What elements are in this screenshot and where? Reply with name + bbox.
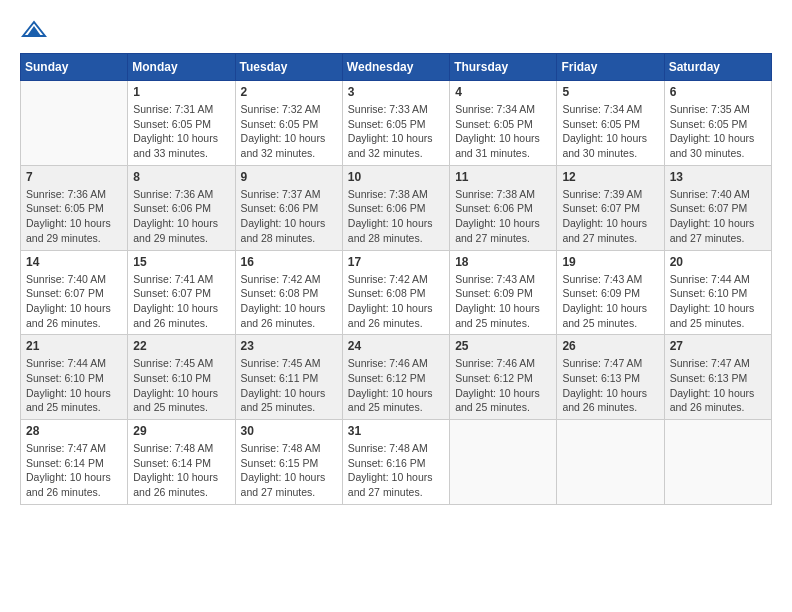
- day-info: Sunrise: 7:37 AMSunset: 6:06 PMDaylight:…: [241, 187, 337, 246]
- day-info: Sunrise: 7:40 AMSunset: 6:07 PMDaylight:…: [670, 187, 766, 246]
- day-number: 31: [348, 424, 444, 438]
- day-info: Sunrise: 7:47 AMSunset: 6:13 PMDaylight:…: [670, 356, 766, 415]
- calendar-week-3: 14Sunrise: 7:40 AMSunset: 6:07 PMDayligh…: [21, 250, 772, 335]
- calendar-table: SundayMondayTuesdayWednesdayThursdayFrid…: [20, 53, 772, 505]
- day-info: Sunrise: 7:44 AMSunset: 6:10 PMDaylight:…: [670, 272, 766, 331]
- calendar-week-4: 21Sunrise: 7:44 AMSunset: 6:10 PMDayligh…: [21, 335, 772, 420]
- day-info: Sunrise: 7:41 AMSunset: 6:07 PMDaylight:…: [133, 272, 229, 331]
- day-info: Sunrise: 7:32 AMSunset: 6:05 PMDaylight:…: [241, 102, 337, 161]
- day-number: 27: [670, 339, 766, 353]
- calendar-cell: 26Sunrise: 7:47 AMSunset: 6:13 PMDayligh…: [557, 335, 664, 420]
- day-info: Sunrise: 7:46 AMSunset: 6:12 PMDaylight:…: [455, 356, 551, 415]
- day-number: 18: [455, 255, 551, 269]
- day-info: Sunrise: 7:42 AMSunset: 6:08 PMDaylight:…: [241, 272, 337, 331]
- day-info: Sunrise: 7:34 AMSunset: 6:05 PMDaylight:…: [455, 102, 551, 161]
- calendar-cell: 19Sunrise: 7:43 AMSunset: 6:09 PMDayligh…: [557, 250, 664, 335]
- calendar-cell: 4Sunrise: 7:34 AMSunset: 6:05 PMDaylight…: [450, 81, 557, 166]
- logo-area: [20, 20, 48, 43]
- calendar-cell: 2Sunrise: 7:32 AMSunset: 6:05 PMDaylight…: [235, 81, 342, 166]
- calendar-cell: 23Sunrise: 7:45 AMSunset: 6:11 PMDayligh…: [235, 335, 342, 420]
- day-number: 20: [670, 255, 766, 269]
- logo-icon: [21, 20, 47, 43]
- day-info: Sunrise: 7:35 AMSunset: 6:05 PMDaylight:…: [670, 102, 766, 161]
- logo: [20, 20, 48, 43]
- calendar-cell: 16Sunrise: 7:42 AMSunset: 6:08 PMDayligh…: [235, 250, 342, 335]
- day-info: Sunrise: 7:33 AMSunset: 6:05 PMDaylight:…: [348, 102, 444, 161]
- day-info: Sunrise: 7:36 AMSunset: 6:05 PMDaylight:…: [26, 187, 122, 246]
- calendar-cell: 28Sunrise: 7:47 AMSunset: 6:14 PMDayligh…: [21, 420, 128, 505]
- calendar-cell: 12Sunrise: 7:39 AMSunset: 6:07 PMDayligh…: [557, 165, 664, 250]
- calendar-cell: 29Sunrise: 7:48 AMSunset: 6:14 PMDayligh…: [128, 420, 235, 505]
- calendar-cell: 8Sunrise: 7:36 AMSunset: 6:06 PMDaylight…: [128, 165, 235, 250]
- day-number: 16: [241, 255, 337, 269]
- day-info: Sunrise: 7:39 AMSunset: 6:07 PMDaylight:…: [562, 187, 658, 246]
- day-info: Sunrise: 7:40 AMSunset: 6:07 PMDaylight:…: [26, 272, 122, 331]
- day-info: Sunrise: 7:31 AMSunset: 6:05 PMDaylight:…: [133, 102, 229, 161]
- day-info: Sunrise: 7:34 AMSunset: 6:05 PMDaylight:…: [562, 102, 658, 161]
- day-number: 24: [348, 339, 444, 353]
- day-number: 11: [455, 170, 551, 184]
- day-number: 25: [455, 339, 551, 353]
- page-header: [20, 20, 772, 43]
- day-number: 6: [670, 85, 766, 99]
- weekday-header-row: SundayMondayTuesdayWednesdayThursdayFrid…: [21, 54, 772, 81]
- calendar-cell: [557, 420, 664, 505]
- calendar-cell: [21, 81, 128, 166]
- day-info: Sunrise: 7:43 AMSunset: 6:09 PMDaylight:…: [455, 272, 551, 331]
- calendar-cell: 20Sunrise: 7:44 AMSunset: 6:10 PMDayligh…: [664, 250, 771, 335]
- weekday-header-thursday: Thursday: [450, 54, 557, 81]
- day-number: 13: [670, 170, 766, 184]
- day-number: 9: [241, 170, 337, 184]
- calendar-cell: 7Sunrise: 7:36 AMSunset: 6:05 PMDaylight…: [21, 165, 128, 250]
- day-info: Sunrise: 7:48 AMSunset: 6:14 PMDaylight:…: [133, 441, 229, 500]
- day-info: Sunrise: 7:47 AMSunset: 6:14 PMDaylight:…: [26, 441, 122, 500]
- day-info: Sunrise: 7:44 AMSunset: 6:10 PMDaylight:…: [26, 356, 122, 415]
- day-number: 4: [455, 85, 551, 99]
- calendar-cell: [450, 420, 557, 505]
- calendar-cell: 11Sunrise: 7:38 AMSunset: 6:06 PMDayligh…: [450, 165, 557, 250]
- weekday-header-wednesday: Wednesday: [342, 54, 449, 81]
- weekday-header-sunday: Sunday: [21, 54, 128, 81]
- day-info: Sunrise: 7:48 AMSunset: 6:16 PMDaylight:…: [348, 441, 444, 500]
- day-number: 30: [241, 424, 337, 438]
- day-info: Sunrise: 7:36 AMSunset: 6:06 PMDaylight:…: [133, 187, 229, 246]
- calendar-cell: 3Sunrise: 7:33 AMSunset: 6:05 PMDaylight…: [342, 81, 449, 166]
- day-number: 21: [26, 339, 122, 353]
- calendar-cell: 22Sunrise: 7:45 AMSunset: 6:10 PMDayligh…: [128, 335, 235, 420]
- calendar-cell: 10Sunrise: 7:38 AMSunset: 6:06 PMDayligh…: [342, 165, 449, 250]
- day-number: 5: [562, 85, 658, 99]
- calendar-week-1: 1Sunrise: 7:31 AMSunset: 6:05 PMDaylight…: [21, 81, 772, 166]
- day-info: Sunrise: 7:48 AMSunset: 6:15 PMDaylight:…: [241, 441, 337, 500]
- day-number: 7: [26, 170, 122, 184]
- calendar-cell: 30Sunrise: 7:48 AMSunset: 6:15 PMDayligh…: [235, 420, 342, 505]
- calendar-cell: 9Sunrise: 7:37 AMSunset: 6:06 PMDaylight…: [235, 165, 342, 250]
- calendar-cell: 24Sunrise: 7:46 AMSunset: 6:12 PMDayligh…: [342, 335, 449, 420]
- weekday-header-saturday: Saturday: [664, 54, 771, 81]
- calendar-cell: 15Sunrise: 7:41 AMSunset: 6:07 PMDayligh…: [128, 250, 235, 335]
- day-number: 14: [26, 255, 122, 269]
- calendar-cell: 6Sunrise: 7:35 AMSunset: 6:05 PMDaylight…: [664, 81, 771, 166]
- calendar-cell: 5Sunrise: 7:34 AMSunset: 6:05 PMDaylight…: [557, 81, 664, 166]
- day-number: 28: [26, 424, 122, 438]
- day-info: Sunrise: 7:43 AMSunset: 6:09 PMDaylight:…: [562, 272, 658, 331]
- calendar-cell: 25Sunrise: 7:46 AMSunset: 6:12 PMDayligh…: [450, 335, 557, 420]
- calendar-week-5: 28Sunrise: 7:47 AMSunset: 6:14 PMDayligh…: [21, 420, 772, 505]
- day-info: Sunrise: 7:47 AMSunset: 6:13 PMDaylight:…: [562, 356, 658, 415]
- day-info: Sunrise: 7:38 AMSunset: 6:06 PMDaylight:…: [455, 187, 551, 246]
- day-number: 26: [562, 339, 658, 353]
- day-number: 3: [348, 85, 444, 99]
- calendar-cell: [664, 420, 771, 505]
- day-info: Sunrise: 7:45 AMSunset: 6:10 PMDaylight:…: [133, 356, 229, 415]
- day-number: 23: [241, 339, 337, 353]
- day-info: Sunrise: 7:45 AMSunset: 6:11 PMDaylight:…: [241, 356, 337, 415]
- calendar-cell: 21Sunrise: 7:44 AMSunset: 6:10 PMDayligh…: [21, 335, 128, 420]
- day-number: 17: [348, 255, 444, 269]
- day-number: 29: [133, 424, 229, 438]
- day-number: 1: [133, 85, 229, 99]
- day-number: 2: [241, 85, 337, 99]
- weekday-header-monday: Monday: [128, 54, 235, 81]
- calendar-cell: 1Sunrise: 7:31 AMSunset: 6:05 PMDaylight…: [128, 81, 235, 166]
- weekday-header-friday: Friday: [557, 54, 664, 81]
- day-info: Sunrise: 7:38 AMSunset: 6:06 PMDaylight:…: [348, 187, 444, 246]
- day-number: 15: [133, 255, 229, 269]
